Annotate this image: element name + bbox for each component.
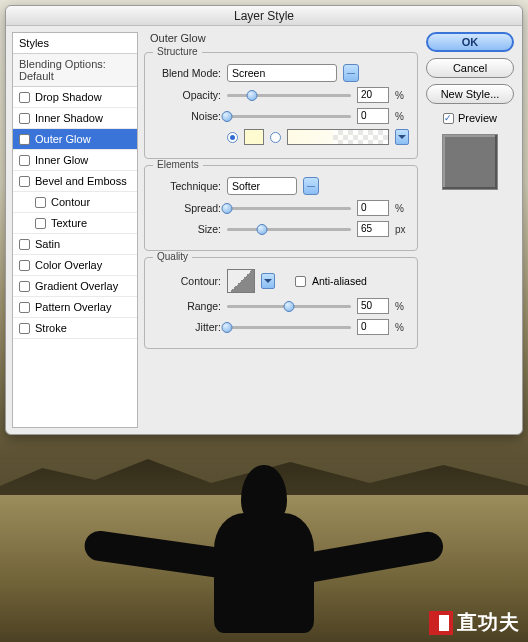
style-label: Pattern Overlay bbox=[35, 301, 111, 313]
anti-aliased-checkbox[interactable] bbox=[295, 276, 306, 287]
glow-gradient-radio[interactable] bbox=[270, 132, 281, 143]
panel-title: Outer Glow bbox=[144, 32, 418, 46]
range-unit: % bbox=[395, 301, 409, 312]
spread-slider[interactable] bbox=[227, 202, 351, 214]
size-unit: px bbox=[395, 224, 409, 235]
style-row-gradient-overlay[interactable]: Gradient Overlay bbox=[13, 276, 137, 297]
style-checkbox[interactable] bbox=[19, 155, 30, 166]
style-label: Color Overlay bbox=[35, 259, 102, 271]
style-row-texture[interactable]: Texture bbox=[13, 213, 137, 234]
style-row-inner-glow[interactable]: Inner Glow bbox=[13, 150, 137, 171]
glow-gradient-bar[interactable] bbox=[287, 129, 389, 145]
style-label: Bevel and Emboss bbox=[35, 175, 127, 187]
jitter-slider[interactable] bbox=[227, 321, 351, 333]
noise-label: Noise: bbox=[153, 110, 221, 122]
style-label: Gradient Overlay bbox=[35, 280, 118, 292]
opacity-unit: % bbox=[395, 90, 409, 101]
anti-aliased-label: Anti-aliased bbox=[312, 275, 367, 287]
blend-mode-label: Blend Mode: bbox=[153, 67, 221, 79]
style-label: Satin bbox=[35, 238, 60, 250]
style-checkbox[interactable] bbox=[19, 323, 30, 334]
blend-mode-select[interactable]: Screen bbox=[227, 64, 337, 82]
elements-group: Elements Technique: Softer Spread: 0 % S… bbox=[144, 165, 418, 251]
jitter-input[interactable]: 0 bbox=[357, 319, 389, 335]
glow-color-radio[interactable] bbox=[227, 132, 238, 143]
glow-gradient-dropdown[interactable] bbox=[395, 129, 409, 145]
style-row-outer-glow[interactable]: Outer Glow bbox=[13, 129, 137, 150]
brand-icon bbox=[429, 611, 453, 635]
contour-label: Contour: bbox=[153, 275, 221, 287]
dialog-title: Layer Style bbox=[6, 6, 522, 26]
style-label: Contour bbox=[51, 196, 90, 208]
style-row-stroke[interactable]: Stroke bbox=[13, 318, 137, 339]
ok-button[interactable]: OK bbox=[426, 32, 514, 52]
technique-select[interactable]: Softer bbox=[227, 177, 297, 195]
cancel-button[interactable]: Cancel bbox=[426, 58, 514, 78]
style-checkbox[interactable] bbox=[19, 134, 30, 145]
dialog-buttons: OK Cancel New Style... Preview bbox=[424, 32, 516, 428]
quality-group: Quality Contour: Anti-aliased Range: 50 … bbox=[144, 257, 418, 349]
quality-legend: Quality bbox=[153, 251, 192, 262]
range-label: Range: bbox=[153, 300, 221, 312]
style-checkbox[interactable] bbox=[19, 281, 30, 292]
size-label: Size: bbox=[153, 223, 221, 235]
range-slider[interactable] bbox=[227, 300, 351, 312]
structure-legend: Structure bbox=[153, 46, 202, 57]
technique-stepper[interactable] bbox=[303, 177, 319, 195]
style-label: Texture bbox=[51, 217, 87, 229]
size-slider[interactable] bbox=[227, 223, 351, 235]
spread-label: Spread: bbox=[153, 202, 221, 214]
style-checkbox[interactable] bbox=[19, 302, 30, 313]
structure-group: Structure Blend Mode: Screen Opacity: 20… bbox=[144, 52, 418, 159]
style-row-satin[interactable]: Satin bbox=[13, 234, 137, 255]
opacity-slider[interactable] bbox=[227, 89, 351, 101]
technique-label: Technique: bbox=[153, 180, 221, 192]
style-checkbox[interactable] bbox=[19, 239, 30, 250]
style-checkbox[interactable] bbox=[19, 113, 30, 124]
opacity-input[interactable]: 20 bbox=[357, 87, 389, 103]
style-row-drop-shadow[interactable]: Drop Shadow bbox=[13, 87, 137, 108]
brand-text: 直功夫 bbox=[457, 609, 520, 636]
styles-header[interactable]: Styles bbox=[13, 33, 137, 54]
spread-unit: % bbox=[395, 203, 409, 214]
style-checkbox[interactable] bbox=[19, 260, 30, 271]
elements-legend: Elements bbox=[153, 159, 203, 170]
style-label: Inner Glow bbox=[35, 154, 88, 166]
preview-label: Preview bbox=[458, 112, 497, 124]
style-checkbox[interactable] bbox=[19, 92, 30, 103]
style-row-bevel-and-emboss[interactable]: Bevel and Emboss bbox=[13, 171, 137, 192]
brand-logo: 直功夫 bbox=[429, 609, 520, 636]
canvas-figure bbox=[84, 465, 444, 635]
blending-options-row[interactable]: Blending Options: Default bbox=[13, 54, 137, 87]
noise-unit: % bbox=[395, 111, 409, 122]
style-checkbox[interactable] bbox=[35, 218, 46, 229]
size-input[interactable]: 65 bbox=[357, 221, 389, 237]
style-row-pattern-overlay[interactable]: Pattern Overlay bbox=[13, 297, 137, 318]
style-row-color-overlay[interactable]: Color Overlay bbox=[13, 255, 137, 276]
style-label: Drop Shadow bbox=[35, 91, 102, 103]
layer-style-dialog: Layer Style Styles Blending Options: Def… bbox=[5, 5, 523, 435]
contour-dropdown[interactable] bbox=[261, 273, 275, 289]
noise-input[interactable]: 0 bbox=[357, 108, 389, 124]
blend-mode-stepper[interactable] bbox=[343, 64, 359, 82]
range-input[interactable]: 50 bbox=[357, 298, 389, 314]
style-label: Stroke bbox=[35, 322, 67, 334]
style-row-contour[interactable]: Contour bbox=[13, 192, 137, 213]
style-checkbox[interactable] bbox=[35, 197, 46, 208]
contour-swatch[interactable] bbox=[227, 269, 255, 293]
style-label: Outer Glow bbox=[35, 133, 91, 145]
settings-panel: Outer Glow Structure Blend Mode: Screen … bbox=[144, 32, 418, 428]
style-row-inner-shadow[interactable]: Inner Shadow bbox=[13, 108, 137, 129]
preview-swatch bbox=[442, 134, 498, 190]
jitter-label: Jitter: bbox=[153, 321, 221, 333]
new-style-button[interactable]: New Style... bbox=[426, 84, 514, 104]
noise-slider[interactable] bbox=[227, 110, 351, 122]
style-checkbox[interactable] bbox=[19, 176, 30, 187]
jitter-unit: % bbox=[395, 322, 409, 333]
spread-input[interactable]: 0 bbox=[357, 200, 389, 216]
opacity-label: Opacity: bbox=[153, 89, 221, 101]
glow-color-swatch[interactable] bbox=[244, 129, 264, 145]
preview-checkbox[interactable] bbox=[443, 113, 454, 124]
styles-list: Styles Blending Options: Default Drop Sh… bbox=[12, 32, 138, 428]
style-label: Inner Shadow bbox=[35, 112, 103, 124]
